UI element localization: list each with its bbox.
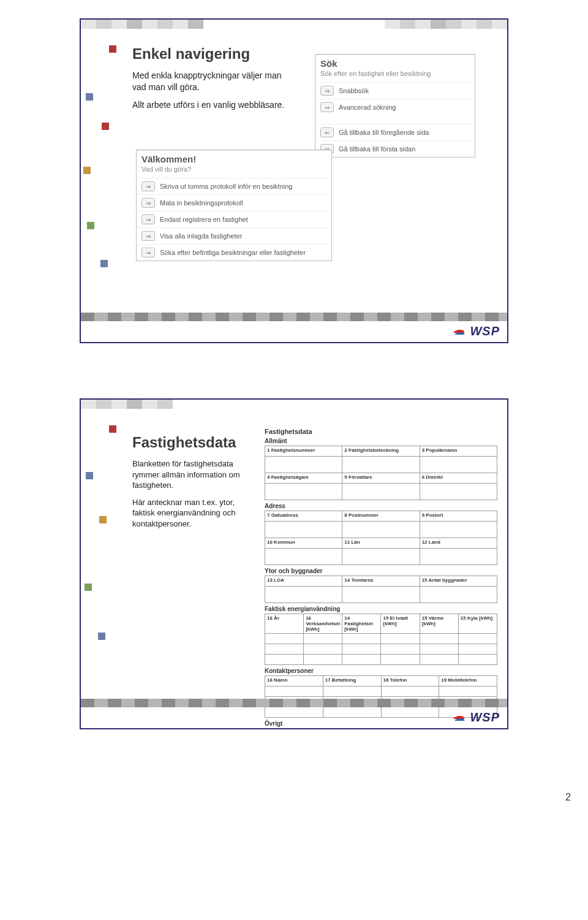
arrow-left-icon: ⇐ xyxy=(320,127,334,137)
logo-swoosh-icon xyxy=(454,713,466,722)
slide-2: Fastighetsdata Blanketten för fastighets… xyxy=(80,398,508,729)
arrow-right-icon: ⇒ xyxy=(320,86,334,96)
top-decoration xyxy=(81,20,507,38)
search-item[interactable]: ⇒ Snabbsök xyxy=(315,82,475,99)
search-item[interactable]: ⇒ Avancerad sökning xyxy=(315,99,475,115)
welcome-item-label: Söka efter befintliga besiktningar eller… xyxy=(160,249,306,256)
logo-swoosh-icon xyxy=(454,327,466,336)
search-item-label: Snabbsök xyxy=(339,87,369,94)
arrow-right-icon: ⇒ xyxy=(141,198,155,208)
section-ytor: Ytor och byggnader xyxy=(265,568,497,574)
adress-table: 7 Gatuadress8 Postnummer9 Postort 10 Kom… xyxy=(265,511,497,565)
page-number: 2 xyxy=(565,792,571,803)
logo: WSP xyxy=(454,324,500,338)
slide2-p2: Här antecknar man t.ex. ytor, faktisk en… xyxy=(132,497,255,530)
nav-home-label: Gå tillbaka till första sidan xyxy=(339,145,415,153)
welcome-heading: Välkommen! xyxy=(141,154,326,164)
section-kontakt: Kontaktpersoner xyxy=(265,667,497,674)
welcome-item[interactable]: ⇒Skriva ut tomma protokoll inför en besi… xyxy=(137,178,331,194)
form-screenshot: Fastighetsdata Allmänt 1 Fastighetsnumme… xyxy=(265,424,497,729)
welcome-panel: Välkommen! Vad vill du göra? ⇒Skriva ut … xyxy=(136,150,332,261)
nav-home-item[interactable]: ⇔ Gå tillbaka till första sidan xyxy=(315,140,475,157)
energi-table: 16 År 16 Verksamhetsel [kWh] 14 Fastighe… xyxy=(265,614,497,665)
section-allmant: Allmänt xyxy=(265,438,497,444)
slide-1: Enkel navigering Med enkla knapptrycknin… xyxy=(80,18,508,343)
logo-text: WSP xyxy=(470,710,500,724)
arrow-right-icon: ⇒ xyxy=(141,248,155,257)
top-decoration xyxy=(81,400,507,418)
welcome-item-label: Skriva ut tomma protokoll inför en besik… xyxy=(160,183,292,190)
search-heading: Sök xyxy=(320,58,470,69)
bottom-decoration xyxy=(81,313,507,321)
ytor-table: 13 LOA14 Tomtarea15 Antal byggnader xyxy=(265,576,497,603)
welcome-item-label: Endast registrera en fastighet xyxy=(160,216,248,223)
section-adress: Adress xyxy=(265,503,497,509)
form-heading: Fastighetsdata xyxy=(265,428,497,435)
welcome-item-label: Mata in besiktningsprotokoll xyxy=(160,199,243,207)
welcome-item[interactable]: ⇒Söka efter befintliga besiktningar elle… xyxy=(137,244,331,260)
intro-line-1: Med enkla knapptryckningar väljer man va… xyxy=(132,70,292,93)
search-item-label: Avancerad sökning xyxy=(339,104,396,111)
ovrigt-table: 20 Kommentar xyxy=(265,728,497,729)
arrow-right-icon: ⇒ xyxy=(320,102,334,112)
nav-back-item[interactable]: ⇐ Gå tillbaka till föregående sida xyxy=(315,124,475,140)
welcome-item[interactable]: ⇒Visa alla inlagda fastigheter xyxy=(137,227,331,244)
search-sub: Sök efter en fastighet eller besiktning xyxy=(320,70,470,77)
section-energi: Faktisk energianvändning xyxy=(265,606,497,612)
welcome-item[interactable]: ⇒Mata in besiktningsprotokoll xyxy=(137,194,331,211)
left-decoration xyxy=(81,20,118,342)
nav-back-label: Gå tillbaka till föregående sida xyxy=(339,129,429,136)
allmant-table: 1 Fastighetsnummer2 Fastighetsbeteckning… xyxy=(265,446,497,500)
arrow-right-icon: ⇒ xyxy=(141,181,155,191)
bottom-decoration xyxy=(81,699,507,707)
search-panel: Sök Sök efter en fastighet eller besiktn… xyxy=(315,54,475,158)
arrow-right-icon: ⇒ xyxy=(141,231,155,241)
intro-line-2: Allt arbete utförs i en vanlig webbläsar… xyxy=(132,99,292,111)
welcome-item-label: Visa alla inlagda fastigheter xyxy=(160,232,242,240)
welcome-sub: Vad vill du göra? xyxy=(141,165,326,173)
welcome-item[interactable]: ⇒Endast registrera en fastighet xyxy=(137,211,331,227)
logo: WSP xyxy=(454,710,500,724)
arrow-right-icon: ⇒ xyxy=(141,215,155,224)
slide2-p1: Blanketten för fastighetsdata rymmer all… xyxy=(132,458,255,491)
logo-text: WSP xyxy=(470,324,500,338)
left-decoration xyxy=(81,400,118,728)
